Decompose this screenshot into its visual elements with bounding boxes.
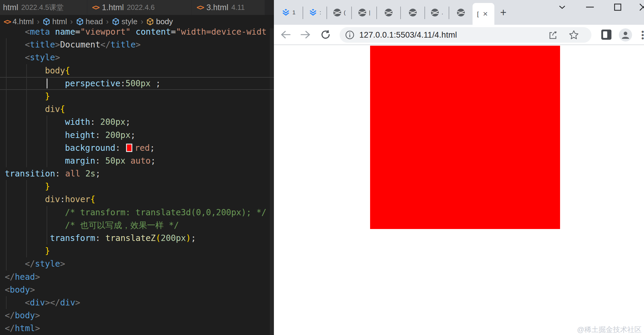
breadcrumb-separator: › [36,17,40,26]
window-close-button[interactable] [636,0,644,14]
browser-tab-collapsed[interactable]: . [425,0,449,25]
code-token: body [45,66,65,76]
tab-close-icon[interactable]: ✕ [482,10,489,18]
browser-toolbar: 127.0.0.1:5503/4.11/4.html ••• [274,25,644,45]
bookmark-star-icon[interactable] [569,30,579,40]
indent-guide [47,154,47,167]
breadcrumb-item[interactable]: style [112,17,137,26]
browser-tab-collapsed[interactable] [449,0,473,25]
url-bar[interactable]: 127.0.0.1:5503/4.11/4.html [340,27,591,43]
browser-tab-collapsed[interactable]: | [352,0,377,25]
indent-guide [6,77,7,90]
code-token: : [115,143,125,153]
code-line[interactable]: </html> [0,322,274,335]
browser-tab-collapsed[interactable] [377,0,401,25]
code-line[interactable]: <div></div> [0,296,274,309]
code-line[interactable]: </head> [0,271,274,283]
breadcrumb-item[interactable]: head [76,17,103,26]
editor-tab[interactable]: <>1.html2022.4.6 [87,0,192,15]
breadcrumb-item[interactable]: html [43,17,67,26]
code-token: > [35,272,40,282]
indent-guide [6,245,7,257]
window-minimize-button[interactable] [583,0,597,14]
code-line[interactable]: </style> [0,257,274,270]
code-line[interactable]: transition: all 2s; [0,167,274,180]
browser-tab-strip: [ ✕ + 1:(|. [274,0,644,25]
code-line[interactable]: <body> [0,283,274,296]
code-line[interactable]: transform: translateZ(200px); [0,232,274,245]
code-line[interactable]: </body> [0,309,274,322]
code-token: > [60,259,65,269]
code-line[interactable]: perspective:500px ; [0,77,274,90]
breadcrumb: <>4.html›html›head›style›body [0,15,274,28]
code-token: > [75,298,80,308]
new-tab-button[interactable]: + [497,7,509,19]
red-square[interactable] [370,46,560,229]
code-token: : [90,117,100,127]
code-token: ) [186,233,191,243]
indent-guide [47,206,47,219]
browser-menu-dots-icon[interactable]: ••• [641,30,644,40]
breadcrumb-item[interactable]: <>4.html [4,17,34,26]
code-line[interactable]: margin: 50px auto; [0,154,274,167]
browser-tab-collapsed[interactable]: ( [327,0,352,25]
code-token: } [45,91,50,101]
browser-tab-collapsed[interactable]: 1 [274,0,303,25]
globe-icon [408,8,417,17]
code-token: body [15,311,35,320]
tab-divider [351,7,352,19]
back-arrow-icon[interactable] [279,28,292,42]
browser-tab-collapsed[interactable] [401,0,425,25]
code-line[interactable]: background: red; [0,142,274,154]
code-line[interactable]: height: 200px; [0,129,274,142]
browser-tab-collapsed[interactable]: : [303,0,327,25]
window-maximize-button[interactable] [611,0,625,14]
code-token: > [30,285,35,295]
code-editor-area[interactable]: <meta name="viewport" content="width=dev… [0,28,274,335]
code-token: < [25,40,30,50]
code-line[interactable]: } [0,245,274,257]
code-line[interactable]: div{ [0,103,274,116]
editor-tab[interactable]: <>3.html4.11 [192,0,265,15]
code-token: ; [151,156,156,166]
code-token: </ [5,311,15,320]
profile-avatar[interactable] [619,28,632,42]
code-token: head [15,272,35,282]
tab-title-fragment: | [369,9,370,16]
tab-divider [400,7,401,19]
code-line[interactable]: <title>Document</title> [0,38,274,51]
indent-guide [6,232,7,245]
code-line[interactable]: } [0,90,274,103]
code-token: </ [5,272,15,282]
code-token: ; [131,130,136,140]
code-token: ; [191,233,196,243]
indent-guide [6,219,7,232]
code-token: { [60,104,65,114]
code-line[interactable]: width: 200px; [0,116,274,128]
editor-tab-label: html [3,3,18,12]
color-swatch[interactable] [126,144,132,152]
share-icon[interactable] [548,30,558,40]
code-line[interactable]: div:hover{ [0,193,274,206]
code-line[interactable]: body{ [0,64,274,77]
breadcrumb-item[interactable]: body [146,17,173,26]
editor-tab[interactable]: html2022.4.5课堂 [0,0,87,15]
browser-active-tab[interactable]: [ ✕ [473,3,494,25]
indent-guide [47,142,47,154]
code-token: : [55,169,65,179]
code-line[interactable]: /* transform: translate3d(0,0,200px); */ [0,206,274,219]
html-file-icon: <> [4,17,10,26]
code-line[interactable]: } [0,180,274,193]
indent-guide [26,219,27,232]
tab-search-chevron-icon[interactable] [555,0,569,14]
code-token: </ [100,40,111,50]
site-info-icon[interactable] [345,30,355,40]
side-panel-icon[interactable] [601,30,611,40]
code-token: > [136,40,141,50]
reload-icon[interactable] [319,28,332,42]
code-line[interactable]: <style> [0,51,274,64]
breadcrumb-label: head [86,17,103,26]
url-text[interactable]: 127.0.0.1:5503/4.11/4.html [359,30,457,40]
code-line[interactable]: /* 也可以写成，效果一样 */ [0,219,274,232]
forward-arrow-icon[interactable] [299,28,312,42]
